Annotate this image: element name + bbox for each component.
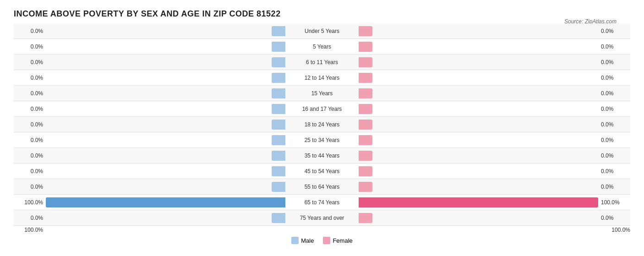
female-bar	[359, 197, 598, 207]
age-label: 65 to 74 Years	[285, 199, 359, 206]
female-bar-area	[359, 179, 598, 194]
male-bar-area	[46, 179, 285, 194]
bar-section: 75 Years and over	[46, 210, 598, 225]
male-bar	[272, 151, 285, 161]
bar-section: Under 5 Years	[46, 23, 598, 38]
male-bar-area	[46, 101, 285, 116]
female-legend-box	[323, 237, 330, 244]
male-value: 0.0%	[14, 106, 46, 112]
bar-section: 5 Years	[46, 39, 598, 54]
female-value: 0.0%	[598, 184, 630, 190]
age-label: 6 to 11 Years	[285, 59, 359, 65]
male-bar	[272, 26, 285, 36]
chart-row: 0.0% 6 to 11 Years 0.0%	[14, 54, 630, 70]
male-value: 0.0%	[14, 59, 46, 65]
chart-row: 0.0% 5 Years 0.0%	[14, 39, 630, 54]
chart-row: 0.0% 75 Years and over 0.0%	[14, 210, 630, 226]
chart-row: 0.0% 25 to 34 Years 0.0%	[14, 132, 630, 148]
age-label: 18 to 24 Years	[285, 121, 359, 128]
male-bar	[272, 213, 285, 223]
male-value: 0.0%	[14, 121, 46, 128]
male-legend-box	[291, 237, 299, 244]
male-bar-area	[46, 70, 285, 85]
female-bar	[359, 151, 372, 161]
female-bar-area	[359, 54, 598, 70]
male-value: 0.0%	[14, 168, 46, 174]
bar-section: 6 to 11 Years	[46, 54, 598, 70]
female-value: 0.0%	[598, 75, 630, 81]
chart-row: 0.0% 16 and 17 Years 0.0%	[14, 101, 630, 117]
female-bar	[359, 88, 372, 98]
male-value: 0.0%	[14, 28, 46, 34]
bottom-spacer	[46, 227, 609, 233]
male-bar	[272, 88, 285, 98]
chart-row: 0.0% 35 to 44 Years 0.0%	[14, 148, 630, 163]
female-bar	[359, 120, 372, 130]
female-value: 0.0%	[598, 106, 630, 112]
male-bar	[272, 182, 285, 192]
female-bar-area	[359, 70, 598, 85]
age-label: 55 to 64 Years	[285, 184, 359, 190]
female-bar-area	[359, 132, 598, 147]
female-bar	[359, 26, 372, 36]
female-value: 0.0%	[598, 121, 630, 128]
chart-row: 0.0% 12 to 14 Years 0.0%	[14, 70, 630, 86]
bar-section: 65 to 74 Years	[46, 195, 598, 210]
female-bar-area	[359, 195, 598, 210]
female-value: 100.0%	[598, 199, 630, 206]
male-bar-area	[46, 86, 285, 101]
female-bar	[359, 135, 372, 145]
female-bar	[359, 73, 372, 83]
male-value: 100.0%	[14, 199, 46, 206]
age-label: 12 to 14 Years	[285, 75, 359, 81]
male-value: 0.0%	[14, 153, 46, 159]
bar-section: 35 to 44 Years	[46, 148, 598, 163]
female-value: 0.0%	[598, 44, 630, 50]
female-legend-label: Female	[333, 237, 352, 244]
female-value: 0.0%	[598, 137, 630, 143]
male-bar-area	[46, 210, 285, 225]
chart-container: 0.0% Under 5 Years 0.0% 0.0% 5 Years 0.0…	[14, 23, 630, 226]
chart-row: 0.0% 15 Years 0.0%	[14, 86, 630, 101]
female-value: 0.0%	[598, 215, 630, 221]
female-bar-area	[359, 148, 598, 163]
male-value: 0.0%	[14, 75, 46, 81]
male-bar-area	[46, 148, 285, 163]
male-bar	[272, 135, 285, 145]
female-bar	[359, 182, 372, 192]
male-bar	[46, 197, 285, 207]
chart-row: 0.0% 45 to 54 Years 0.0%	[14, 163, 630, 179]
male-bar-area	[46, 54, 285, 70]
male-value: 0.0%	[14, 215, 46, 221]
female-bar-area	[359, 163, 598, 179]
male-bar	[272, 104, 285, 114]
legend-female: Female	[323, 237, 352, 244]
female-bar-area	[359, 210, 598, 225]
bar-section: 16 and 17 Years	[46, 101, 598, 116]
female-value: 0.0%	[598, 28, 630, 34]
female-bar-area	[359, 23, 598, 38]
chart-title: INCOME ABOVE POVERTY BY SEX AND AGE IN Z…	[14, 9, 630, 19]
bar-section: 15 Years	[46, 86, 598, 101]
female-bar	[359, 57, 372, 67]
female-bar-area	[359, 86, 598, 101]
male-bar	[272, 57, 285, 67]
age-label: 5 Years	[285, 44, 359, 50]
male-value: 0.0%	[14, 137, 46, 143]
female-bar-area	[359, 101, 598, 116]
bar-section: 18 to 24 Years	[46, 117, 598, 132]
age-label: 16 and 17 Years	[285, 106, 359, 112]
female-value: 0.0%	[598, 153, 630, 159]
female-bar-area	[359, 117, 598, 132]
female-value: 0.0%	[598, 168, 630, 174]
female-value: 0.0%	[598, 59, 630, 65]
female-bar	[359, 104, 372, 114]
age-label: Under 5 Years	[285, 28, 359, 34]
chart-row: 0.0% 18 to 24 Years 0.0%	[14, 117, 630, 132]
bar-section: 55 to 64 Years	[46, 179, 598, 194]
chart-row: 0.0% 55 to 64 Years 0.0%	[14, 179, 630, 195]
male-bar-area	[46, 132, 285, 147]
age-label: 75 Years and over	[285, 215, 359, 221]
female-bar-area	[359, 39, 598, 54]
age-label: 45 to 54 Years	[285, 168, 359, 174]
